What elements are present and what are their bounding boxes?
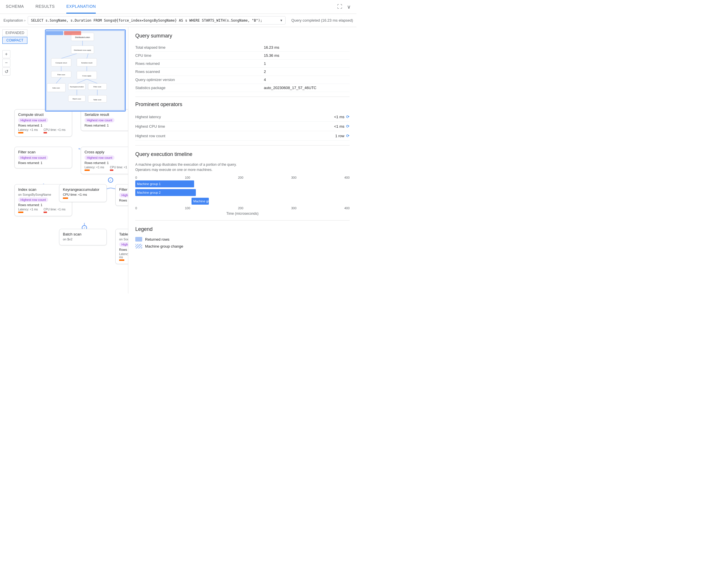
prom-label: Highest row count <box>135 134 335 138</box>
is-bars: Latency: <1 ms CPU time: <1 ms <box>18 208 68 213</box>
prom-link-icon[interactable]: ⟳ <box>346 114 350 119</box>
tab-results[interactable]: RESULTS <box>36 0 55 14</box>
cs-rows: Rows returned: 1 <box>18 124 68 127</box>
svg-text:Distributed union: Distributed union <box>75 36 90 38</box>
expanded-btn[interactable]: EXPANDED <box>2 29 27 36</box>
zoom-in-button[interactable]: + <box>2 50 11 58</box>
ca-rows: Rows returned: 1 <box>84 161 128 165</box>
legend-icon <box>135 237 142 241</box>
node-filter-scan-bot[interactable]: Filter scan Highest row count Rows retur… <box>115 184 128 206</box>
timeline-section: Query execution timeline A machine group… <box>135 151 350 216</box>
kr-cpu: CPU time: <1 ms <box>63 193 103 196</box>
legend-item: Returned rows <box>135 237 350 241</box>
flow-canvas: ✓ ✓ ✓ ✓ ✓ Distributed union Highe <box>0 27 128 293</box>
svg-text:✓: ✓ <box>109 179 111 182</box>
legend-section: Legend Returned rows Machine group chang… <box>135 226 350 249</box>
svg-text:Batch scan: Batch scan <box>73 98 81 100</box>
tab-schema[interactable]: SCHEMA <box>6 0 24 14</box>
timeline-bar-track: Machine group 2 <box>135 189 222 196</box>
timeline-desc-1: A machine group illustrates the executio… <box>135 163 237 167</box>
cs-cpu: CPU time: <1 ms <box>44 128 65 131</box>
is-cpu-bar <box>44 212 47 213</box>
query-input[interactable]: SELECT s.SongName, s.Duration FROM Songs… <box>28 16 286 24</box>
svg-text:Serialize result: Serialize result <box>81 62 93 64</box>
bs-subtitle: on $v2 <box>63 237 103 241</box>
legend-label: Returned rows <box>145 237 169 241</box>
right-panel: Query summary Total elapsed time16.23 ms… <box>128 27 356 293</box>
sr-rows: Rows returned: 1 <box>84 124 128 127</box>
ts-lat-bar <box>119 259 124 261</box>
kr-cpu-bar <box>63 197 68 199</box>
summary-row: CPU time15.36 ms <box>135 51 350 60</box>
svg-text:Compute struct: Compute struct <box>55 62 67 64</box>
summary-row: Statistics packageauto_20230608_17_57_46… <box>135 84 350 92</box>
svg-rect-20 <box>46 31 63 35</box>
prominent-rows: Highest latency <1 ms ⟳ Highest CPU time… <box>135 112 350 141</box>
prom-link-icon[interactable]: ⟳ <box>346 124 350 129</box>
badge-sr: Highest row count <box>84 118 115 123</box>
breadcrumb: Explanation › <box>3 18 25 22</box>
node-cross-apply[interactable]: Cross apply Highest row count Rows retur… <box>81 147 128 174</box>
axis-b-0: 0 <box>135 206 137 210</box>
legend-item: Machine group change <box>135 244 350 249</box>
svg-text:Filter scan: Filter scan <box>57 74 65 76</box>
summary-value: 2 <box>264 68 350 76</box>
summary-value: 1 <box>264 60 350 68</box>
legend-title: Legend <box>135 226 350 232</box>
kr-title: Keyrangeaccumulator <box>63 187 103 192</box>
node-keyrangeaccumulator[interactable]: Keyrangeaccumulator CPU time: <1 ms <box>59 184 107 202</box>
node-batch-scan[interactable]: Batch scan on $v2 <box>59 229 107 245</box>
is-lat-bar <box>18 212 23 213</box>
svg-text:Table scan: Table scan <box>93 99 101 101</box>
summary-label: Query optimizer version <box>135 76 264 84</box>
legend-items: Returned rows Machine group change <box>135 237 350 249</box>
axis-100: 100 <box>185 176 190 179</box>
summary-label: Rows scanned <box>135 68 264 76</box>
chevron-down-icon[interactable]: ∨ <box>347 4 351 10</box>
fst-title: Filter scan <box>18 150 68 154</box>
node-serialize-result[interactable]: Serialize result Highest row count Rows … <box>81 109 128 131</box>
axis-b-300: 300 <box>291 206 296 210</box>
divider-1 <box>135 97 350 97</box>
tab-explanation[interactable]: EXPLANATION <box>66 0 96 14</box>
summary-label: Total elapsed time <box>135 43 264 51</box>
badge-fst: Highest row count <box>18 155 48 160</box>
node-filter-scan-top[interactable]: Filter scan Highest row count Rows retur… <box>15 147 72 168</box>
timeline-bar-label: Machine group 2 <box>137 191 161 194</box>
fullscreen-icon[interactable]: ⛶ <box>337 4 342 10</box>
cs-lat: Latency: <1 ms <box>18 128 38 131</box>
is-rows: Rows returned: 1 <box>18 203 68 207</box>
legend-icon <box>135 244 142 249</box>
ca-cpu-bar <box>110 169 113 171</box>
badge-cs: Highest row count <box>18 118 48 123</box>
ts-bars: Latency: <1 ms CPU time: <1 ms <box>119 252 128 261</box>
is-lat: Latency: <1 ms <box>18 208 38 211</box>
query-status: Query completed (16.23 ms elapsed) <box>291 18 353 22</box>
prom-link-icon[interactable]: ⟳ <box>346 133 350 138</box>
cs-cpu-bar <box>44 132 47 133</box>
svg-text:Cross apply: Cross apply <box>82 75 91 77</box>
ca-lat-bar <box>84 169 90 171</box>
summary-label: Statistics package <box>135 84 264 92</box>
ca-lat: Latency: <1 ms <box>84 166 104 169</box>
prom-label: Highest latency <box>135 115 334 119</box>
node-compute-struct[interactable]: Compute struct Highest row count Rows re… <box>15 109 72 136</box>
timeline-bar-label: Machine group 1 <box>137 182 161 186</box>
bs-title: Batch scan <box>63 232 103 236</box>
tabs-left: SCHEMA RESULTS EXPLANATION <box>6 0 96 14</box>
node-table-scan[interactable]: Table scan on Songs Highest row count Ro… <box>115 229 128 264</box>
minimap-svg: Distributed union Distributed cross appl… <box>45 30 125 111</box>
svg-text:Distributed cross apply: Distributed cross apply <box>74 49 91 51</box>
breadcrumb-label: Explanation <box>3 18 23 22</box>
timeline-bar-track: Machine grou <box>135 198 222 205</box>
prom-value: 1 row ⟳ <box>335 133 350 138</box>
zoom-out-button[interactable]: − <box>2 59 11 67</box>
prominent-row: Highest latency <1 ms ⟳ <box>135 112 350 122</box>
minimap[interactable]: Distributed union Distributed cross appl… <box>45 29 126 111</box>
timeline-bar-row: Machine group 2 <box>135 189 350 196</box>
cs-bars: Latency: <1 ms CPU time: <1 ms <box>18 128 68 133</box>
prominent-row: Highest CPU time <1 ms ⟳ <box>135 122 350 131</box>
timeline-chart: 0 100 200 300 400 Machine group 1 Machin… <box>135 176 350 216</box>
compact-btn[interactable]: COMPACT <box>2 37 27 44</box>
zoom-reset-button[interactable]: ↺ <box>2 67 11 76</box>
